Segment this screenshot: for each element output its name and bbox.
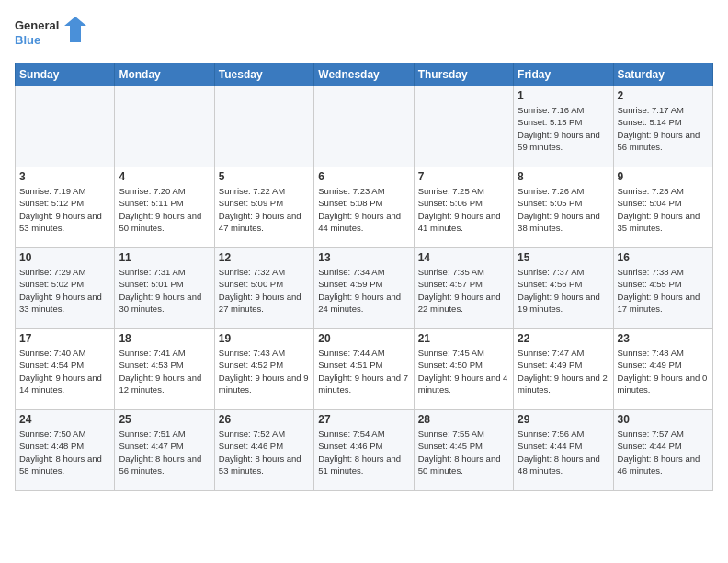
day-info: Sunrise: 7:54 AMSunset: 4:46 PMDaylight:…: [318, 428, 409, 477]
day-info: Sunrise: 7:20 AMSunset: 5:11 PMDaylight:…: [119, 185, 210, 234]
day-number: 27: [318, 413, 409, 426]
logo-icon: General Blue: [15, 15, 88, 53]
svg-text:Blue: Blue: [15, 33, 40, 47]
calendar-cell: 24Sunrise: 7:50 AMSunset: 4:48 PMDayligh…: [16, 410, 115, 491]
calendar-cell: 22Sunrise: 7:47 AMSunset: 4:49 PMDayligh…: [514, 329, 613, 410]
day-number: 22: [518, 332, 609, 345]
calendar-cell: 4Sunrise: 7:20 AMSunset: 5:11 PMDaylight…: [115, 167, 214, 248]
calendar-cell: 15Sunrise: 7:37 AMSunset: 4:56 PMDayligh…: [514, 248, 613, 329]
day-number: 4: [119, 170, 210, 183]
day-info: Sunrise: 7:52 AMSunset: 4:46 PMDaylight:…: [219, 428, 310, 477]
calendar-cell: 25Sunrise: 7:51 AMSunset: 4:47 PMDayligh…: [115, 410, 214, 491]
day-info: Sunrise: 7:22 AMSunset: 5:09 PMDaylight:…: [219, 185, 310, 234]
day-number: 26: [219, 413, 310, 426]
calendar-week-row: 17Sunrise: 7:40 AMSunset: 4:54 PMDayligh…: [16, 329, 713, 410]
col-header-saturday: Saturday: [613, 63, 712, 86]
calendar-cell: 10Sunrise: 7:29 AMSunset: 5:02 PMDayligh…: [16, 248, 115, 329]
day-number: 1: [518, 89, 609, 102]
calendar-cell: 26Sunrise: 7:52 AMSunset: 4:46 PMDayligh…: [214, 410, 313, 491]
svg-text:General: General: [15, 18, 59, 32]
day-number: 6: [318, 170, 409, 183]
day-info: Sunrise: 7:41 AMSunset: 4:53 PMDaylight:…: [119, 347, 210, 396]
calendar-week-row: 3Sunrise: 7:19 AMSunset: 5:12 PMDaylight…: [16, 167, 713, 248]
day-info: Sunrise: 7:17 AMSunset: 5:14 PMDaylight:…: [618, 104, 709, 153]
day-number: 2: [618, 89, 709, 102]
day-number: 19: [219, 332, 310, 345]
day-number: 21: [418, 332, 509, 345]
day-info: Sunrise: 7:57 AMSunset: 4:44 PMDaylight:…: [618, 428, 709, 477]
day-number: 30: [618, 413, 709, 426]
calendar-week-row: 1Sunrise: 7:16 AMSunset: 5:15 PMDaylight…: [16, 86, 713, 167]
day-number: 3: [19, 170, 110, 183]
day-number: 23: [618, 332, 709, 345]
day-info: Sunrise: 7:48 AMSunset: 4:49 PMDaylight:…: [618, 347, 709, 396]
day-info: Sunrise: 7:47 AMSunset: 4:49 PMDaylight:…: [518, 347, 609, 396]
day-number: 29: [518, 413, 609, 426]
day-number: 10: [19, 251, 110, 264]
calendar-cell: [115, 86, 214, 167]
calendar-cell: 9Sunrise: 7:28 AMSunset: 5:04 PMDaylight…: [613, 167, 712, 248]
calendar-cell: 30Sunrise: 7:57 AMSunset: 4:44 PMDayligh…: [613, 410, 712, 491]
day-info: Sunrise: 7:29 AMSunset: 5:02 PMDaylight:…: [19, 266, 110, 315]
col-header-sunday: Sunday: [16, 63, 115, 86]
calendar-cell: 27Sunrise: 7:54 AMSunset: 4:46 PMDayligh…: [314, 410, 414, 491]
calendar-cell: 6Sunrise: 7:23 AMSunset: 5:08 PMDaylight…: [314, 167, 414, 248]
calendar-cell: 14Sunrise: 7:35 AMSunset: 4:57 PMDayligh…: [414, 248, 513, 329]
day-info: Sunrise: 7:44 AMSunset: 4:51 PMDaylight:…: [318, 347, 409, 396]
day-number: 16: [618, 251, 709, 264]
day-info: Sunrise: 7:38 AMSunset: 4:55 PMDaylight:…: [618, 266, 709, 315]
day-number: 14: [418, 251, 509, 264]
calendar-cell: 19Sunrise: 7:43 AMSunset: 4:52 PMDayligh…: [214, 329, 313, 410]
col-header-friday: Friday: [514, 63, 613, 86]
calendar-cell: 28Sunrise: 7:55 AMSunset: 4:45 PMDayligh…: [414, 410, 513, 491]
day-number: 15: [518, 251, 609, 264]
logo: General Blue: [15, 15, 88, 53]
calendar-table: SundayMondayTuesdayWednesdayThursdayFrid…: [15, 63, 713, 491]
calendar-cell: 13Sunrise: 7:34 AMSunset: 4:59 PMDayligh…: [314, 248, 414, 329]
col-header-monday: Monday: [115, 63, 214, 86]
day-number: 28: [418, 413, 509, 426]
day-info: Sunrise: 7:34 AMSunset: 4:59 PMDaylight:…: [318, 266, 409, 315]
day-number: 8: [518, 170, 609, 183]
day-info: Sunrise: 7:37 AMSunset: 4:56 PMDaylight:…: [518, 266, 609, 315]
day-info: Sunrise: 7:23 AMSunset: 5:08 PMDaylight:…: [318, 185, 409, 234]
calendar-cell: 17Sunrise: 7:40 AMSunset: 4:54 PMDayligh…: [16, 329, 115, 410]
calendar-cell: 11Sunrise: 7:31 AMSunset: 5:01 PMDayligh…: [115, 248, 214, 329]
day-info: Sunrise: 7:40 AMSunset: 4:54 PMDaylight:…: [19, 347, 110, 396]
day-info: Sunrise: 7:55 AMSunset: 4:45 PMDaylight:…: [418, 428, 509, 477]
day-number: 20: [318, 332, 409, 345]
calendar-cell: 8Sunrise: 7:26 AMSunset: 5:05 PMDaylight…: [514, 167, 613, 248]
day-info: Sunrise: 7:45 AMSunset: 4:50 PMDaylight:…: [418, 347, 509, 396]
col-header-wednesday: Wednesday: [314, 63, 414, 86]
svg-marker-2: [64, 17, 86, 42]
day-number: 25: [119, 413, 210, 426]
day-info: Sunrise: 7:56 AMSunset: 4:44 PMDaylight:…: [518, 428, 609, 477]
day-number: 18: [119, 332, 210, 345]
calendar-cell: 23Sunrise: 7:48 AMSunset: 4:49 PMDayligh…: [613, 329, 712, 410]
calendar-cell: 3Sunrise: 7:19 AMSunset: 5:12 PMDaylight…: [16, 167, 115, 248]
day-number: 11: [119, 251, 210, 264]
calendar-cell: 21Sunrise: 7:45 AMSunset: 4:50 PMDayligh…: [414, 329, 513, 410]
day-number: 13: [318, 251, 409, 264]
page-header: General Blue: [15, 15, 713, 53]
day-info: Sunrise: 7:19 AMSunset: 5:12 PMDaylight:…: [19, 185, 110, 234]
calendar-cell: 18Sunrise: 7:41 AMSunset: 4:53 PMDayligh…: [115, 329, 214, 410]
day-number: 9: [618, 170, 709, 183]
calendar-week-row: 10Sunrise: 7:29 AMSunset: 5:02 PMDayligh…: [16, 248, 713, 329]
calendar-cell: 2Sunrise: 7:17 AMSunset: 5:14 PMDaylight…: [613, 86, 712, 167]
day-number: 12: [219, 251, 310, 264]
col-header-thursday: Thursday: [414, 63, 513, 86]
day-info: Sunrise: 7:28 AMSunset: 5:04 PMDaylight:…: [618, 185, 709, 234]
col-header-tuesday: Tuesday: [214, 63, 313, 86]
day-info: Sunrise: 7:25 AMSunset: 5:06 PMDaylight:…: [418, 185, 509, 234]
day-info: Sunrise: 7:35 AMSunset: 4:57 PMDaylight:…: [418, 266, 509, 315]
calendar-cell: 5Sunrise: 7:22 AMSunset: 5:09 PMDaylight…: [214, 167, 313, 248]
day-info: Sunrise: 7:31 AMSunset: 5:01 PMDaylight:…: [119, 266, 210, 315]
day-number: 17: [19, 332, 110, 345]
day-info: Sunrise: 7:43 AMSunset: 4:52 PMDaylight:…: [219, 347, 310, 396]
calendar-cell: 1Sunrise: 7:16 AMSunset: 5:15 PMDaylight…: [514, 86, 613, 167]
calendar-cell: 7Sunrise: 7:25 AMSunset: 5:06 PMDaylight…: [414, 167, 513, 248]
day-info: Sunrise: 7:16 AMSunset: 5:15 PMDaylight:…: [518, 104, 609, 153]
day-info: Sunrise: 7:32 AMSunset: 5:00 PMDaylight:…: [219, 266, 310, 315]
calendar-cell: 29Sunrise: 7:56 AMSunset: 4:44 PMDayligh…: [514, 410, 613, 491]
